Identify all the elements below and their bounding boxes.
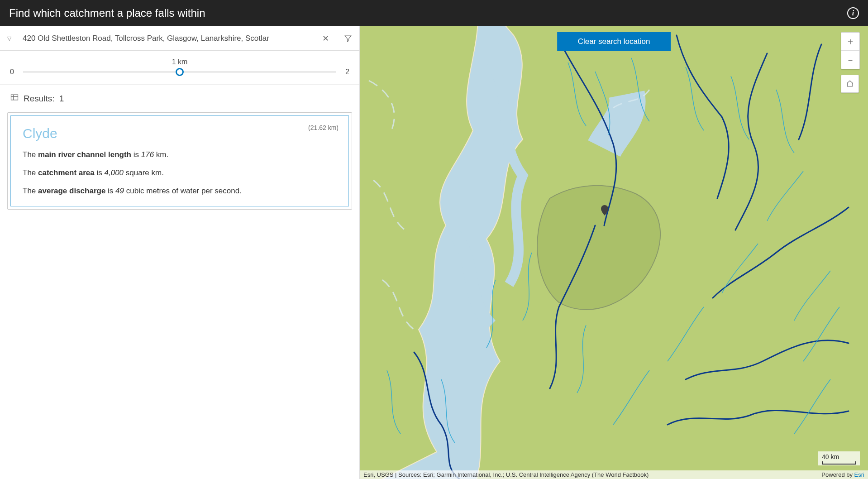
result-card[interactable]: (21.62 km) Clyde The main river channel … xyxy=(7,112,352,210)
results-header: Results:1 xyxy=(0,85,359,112)
info-button[interactable]: i xyxy=(847,7,859,19)
search-location-marker xyxy=(600,205,610,221)
scale-bar: 40 km xyxy=(818,451,860,465)
sidebar: ▽ ✕ 1 km 0 2 Results:1 xyxy=(0,26,360,479)
attribution-sources: Esri, USGS | Sources: Esri; Garmin Inter… xyxy=(363,471,649,478)
map-canvas xyxy=(360,26,868,479)
table-icon[interactable] xyxy=(10,93,19,104)
content-wrap: ▽ ✕ 1 km 0 2 Results:1 xyxy=(0,26,868,479)
results-label: Results: xyxy=(24,94,55,104)
esri-link[interactable]: Esri xyxy=(854,471,864,478)
map-attribution: Esri, USGS | Sources: Esri; Garmin Inter… xyxy=(360,470,868,479)
distance-slider-row: 1 km 0 2 xyxy=(0,51,359,85)
zoom-out-button[interactable]: － xyxy=(841,51,859,69)
home-extent-button[interactable] xyxy=(841,75,859,93)
result-line-discharge: The average discharge is 49 cubic metres… xyxy=(23,186,337,196)
scale-label: 40 km xyxy=(822,453,839,460)
close-icon: ✕ xyxy=(322,34,329,43)
result-title: Clyde xyxy=(23,126,337,141)
result-card-inner: (21.62 km) Clyde The main river channel … xyxy=(10,115,349,206)
minus-icon: － xyxy=(846,54,855,66)
app-header: Find which catchment a place falls withi… xyxy=(0,0,868,26)
home-icon xyxy=(846,80,854,88)
search-row: ▽ ✕ xyxy=(0,26,359,51)
svg-rect-0 xyxy=(11,95,18,100)
slider-thumb[interactable] xyxy=(176,68,184,76)
zoom-group: ＋ － xyxy=(841,32,860,69)
clear-location-button[interactable]: Clear search location xyxy=(557,32,671,51)
results-list: (21.62 km) Clyde The main river channel … xyxy=(0,112,359,210)
zoom-in-button[interactable]: ＋ xyxy=(841,33,859,51)
result-line-area: The catchment area is 4,000 square km. xyxy=(23,168,337,178)
results-count: 1 xyxy=(59,94,64,104)
slider-wrap: 0 2 xyxy=(10,68,349,76)
slider-value-label: 1 km xyxy=(10,58,349,66)
collapse-toggle[interactable]: ▽ xyxy=(0,26,18,50)
slider-max-label: 2 xyxy=(345,68,349,76)
app-title: Find which catchment a place falls withi… xyxy=(9,7,205,19)
filter-button[interactable] xyxy=(336,26,359,50)
slider-min-label: 0 xyxy=(10,68,14,76)
map[interactable]: Clear search location ＋ － 40 km Esri, US… xyxy=(360,26,868,479)
scale-line xyxy=(822,461,856,465)
result-distance: (21.62 km) xyxy=(308,124,339,131)
plus-icon: ＋ xyxy=(846,35,855,48)
filter-icon xyxy=(344,34,352,43)
chevron-down-icon: ▽ xyxy=(7,35,11,42)
attribution-powered: Powered by Esri xyxy=(821,471,864,478)
result-line-channel: The main river channel length is 176 km. xyxy=(23,149,337,160)
search-input[interactable] xyxy=(18,26,315,50)
clear-search-button[interactable]: ✕ xyxy=(315,26,336,50)
map-controls: ＋ － xyxy=(841,32,860,93)
distance-slider[interactable] xyxy=(23,72,336,72)
